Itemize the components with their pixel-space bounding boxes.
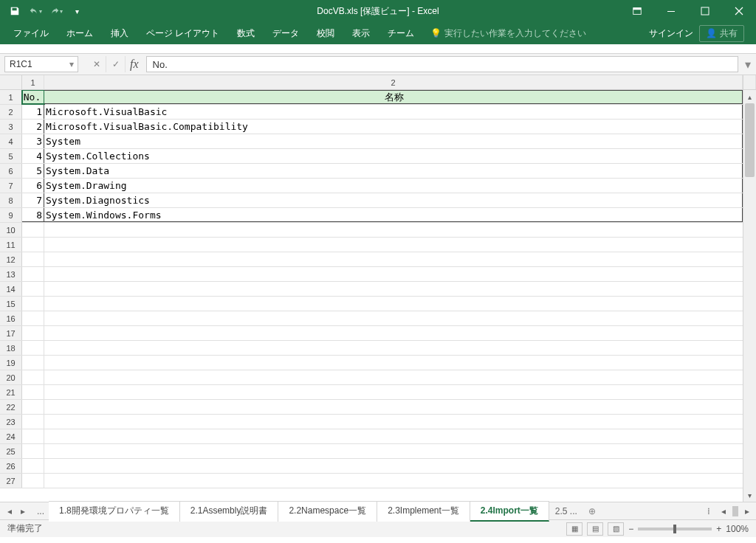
tab-file[interactable]: ファイル — [4, 22, 58, 44]
cell-no[interactable]: 2 — [22, 120, 44, 134]
row-header[interactable]: 24 — [0, 429, 22, 443]
sheet-tabs-overflow-left[interactable]: ... — [32, 506, 49, 516]
row-header[interactable]: 15 — [0, 297, 22, 311]
scroll-down-icon[interactable]: ▾ — [743, 488, 756, 502]
cell[interactable] — [22, 415, 44, 429]
select-all-corner[interactable] — [0, 75, 22, 89]
cell[interactable] — [22, 267, 44, 281]
cell[interactable] — [44, 356, 743, 370]
row-header[interactable]: 20 — [0, 370, 22, 384]
row-header[interactable]: 9 — [0, 208, 22, 222]
cell[interactable] — [44, 400, 743, 414]
zoom-out-button[interactable]: − — [628, 524, 633, 534]
ribbon-display-options-icon[interactable] — [620, 0, 654, 22]
tell-me-search[interactable]: 💡 実行したい作業を入力してください — [423, 22, 594, 44]
cell[interactable] — [44, 326, 743, 340]
row-header[interactable]: 25 — [0, 444, 22, 458]
row-header[interactable]: 16 — [0, 311, 22, 325]
view-pagelayout-icon[interactable]: ▤ — [587, 522, 603, 536]
cell[interactable] — [22, 429, 44, 443]
row-header[interactable]: 17 — [0, 326, 22, 340]
save-icon[interactable] — [6, 2, 24, 20]
row-header[interactable]: 1 — [0, 90, 22, 104]
sheet-nav-prev-icon[interactable]: ◂ — [3, 505, 16, 518]
cell-no[interactable]: 8 — [22, 208, 44, 222]
cell[interactable] — [44, 311, 743, 325]
cell[interactable] — [44, 223, 743, 237]
row-header[interactable]: 5 — [0, 149, 22, 163]
cell[interactable] — [22, 459, 44, 473]
row-header[interactable]: 22 — [0, 400, 22, 414]
cell-no[interactable]: 4 — [22, 149, 44, 163]
zoom-slider[interactable] — [638, 528, 712, 530]
cell-name[interactable]: System.Windows.Forms — [44, 208, 743, 222]
cell-no[interactable]: 7 — [22, 193, 44, 207]
scroll-thumb[interactable] — [745, 103, 755, 177]
row-header[interactable]: 21 — [0, 385, 22, 399]
cell[interactable] — [44, 341, 743, 355]
cell[interactable] — [44, 282, 743, 296]
cell[interactable] — [44, 267, 743, 281]
add-sheet-button[interactable]: ⊕ — [583, 506, 601, 516]
hscroll-right-icon[interactable]: ▸ — [741, 506, 753, 516]
maximize-button[interactable] — [688, 0, 722, 22]
cell-name[interactable]: System.Diagnostics — [44, 193, 743, 207]
tab-view[interactable]: 表示 — [343, 22, 379, 44]
row-header[interactable]: 7 — [0, 179, 22, 193]
header-cell-name[interactable]: 名称 — [44, 90, 743, 104]
row-header[interactable]: 13 — [0, 267, 22, 281]
vertical-scrollbar[interactable]: ▴ ▾ — [743, 90, 756, 502]
name-box[interactable]: R1C1 ▾ — [4, 56, 78, 72]
cell[interactable] — [22, 385, 44, 399]
zoom-in-button[interactable]: + — [716, 524, 721, 534]
signin-link[interactable]: サインイン — [649, 27, 693, 40]
cell[interactable] — [22, 238, 44, 252]
fx-icon[interactable]: fx — [126, 58, 143, 71]
cell[interactable] — [22, 311, 44, 325]
row-header[interactable]: 10 — [0, 223, 22, 237]
tab-insert[interactable]: 挿入 — [102, 22, 137, 44]
formula-enter-icon[interactable]: ✓ — [106, 56, 126, 72]
cell-name[interactable]: System.Collections — [44, 149, 743, 163]
share-button[interactable]: 👤 共有 — [699, 25, 744, 42]
tab-pagelayout[interactable]: ページ レイアウト — [137, 22, 228, 44]
undo-icon[interactable]: ▾ — [27, 2, 44, 20]
sheet-tab-more[interactable]: 2.5 ... — [549, 503, 583, 519]
row-header[interactable]: 14 — [0, 282, 22, 296]
chevron-down-icon[interactable]: ▾ — [66, 59, 78, 69]
cell-name[interactable]: System.Drawing — [44, 179, 743, 193]
tab-data[interactable]: データ — [264, 22, 308, 44]
sheet-tab[interactable]: 2.3Implement一覧 — [377, 501, 470, 522]
redo-icon[interactable]: ▾ — [47, 2, 65, 20]
row-header[interactable]: 8 — [0, 193, 22, 207]
row-header[interactable]: 26 — [0, 459, 22, 473]
close-button[interactable] — [722, 0, 756, 22]
row-header[interactable]: 3 — [0, 120, 22, 134]
cell-name[interactable]: System — [44, 134, 743, 148]
cell[interactable] — [22, 356, 44, 370]
cell[interactable] — [22, 370, 44, 384]
cell[interactable] — [44, 429, 743, 443]
sheet-tab[interactable]: 2.4Import一覧 — [470, 501, 549, 522]
cell[interactable] — [44, 444, 743, 458]
cell[interactable] — [22, 297, 44, 311]
row-header[interactable]: 27 — [0, 474, 22, 488]
cell[interactable] — [22, 223, 44, 237]
hscroll-thumb[interactable] — [732, 506, 738, 516]
qat-customize-icon[interactable]: ▾ — [68, 2, 86, 20]
tab-home[interactable]: ホーム — [58, 22, 102, 44]
formula-expand-icon[interactable]: ▾ — [743, 58, 753, 72]
formula-cancel-icon[interactable]: ✕ — [87, 56, 106, 72]
header-cell-no[interactable]: No. — [22, 90, 44, 104]
cell[interactable] — [44, 252, 743, 266]
cell[interactable] — [44, 238, 743, 252]
view-normal-icon[interactable]: ▦ — [566, 522, 583, 536]
cell[interactable] — [22, 252, 44, 266]
cell-no[interactable]: 5 — [22, 164, 44, 178]
cell[interactable] — [22, 282, 44, 296]
cell-name[interactable]: System.Data — [44, 164, 743, 178]
scroll-up-icon[interactable]: ▴ — [743, 90, 756, 103]
cell[interactable] — [44, 415, 743, 429]
sheet-tab[interactable]: 2.2Namespace一覧 — [278, 501, 377, 522]
cell[interactable] — [22, 474, 44, 488]
